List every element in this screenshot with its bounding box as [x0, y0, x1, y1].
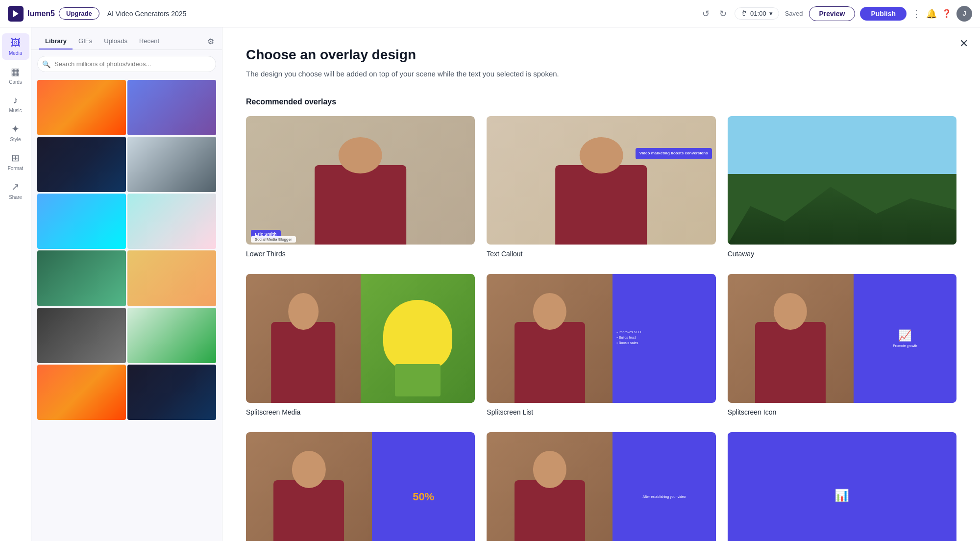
person-figure [263, 287, 343, 403]
overlay-card-lower-thirds[interactable]: Eric Smith Social Media Blogger Lower Th… [246, 116, 475, 259]
sidebar-item-music[interactable]: ♪ Music [2, 91, 29, 117]
list-item-1: • Improves SEO [616, 330, 711, 334]
text-callout-box: Video marketing boosts conversions [636, 148, 712, 159]
logo-icon[interactable] [8, 6, 24, 22]
cards-icon: ▦ [11, 66, 20, 77]
time-chevron: ▾ [769, 10, 773, 17]
person-body [556, 165, 647, 245]
media-thumb[interactable] [127, 250, 216, 306]
search-input[interactable] [37, 56, 216, 72]
flower-stem [395, 364, 441, 396]
sidebar-item-label: Cards [9, 79, 22, 85]
overlay-thumb-splitscreen-icon: 📈 Promote growth [728, 274, 956, 403]
sidebar-item-media[interactable]: 🖼 Media [2, 33, 29, 60]
overlay-dialog-subtitle: The design you choose will be added on t… [246, 69, 956, 80]
overlay-label-splitscreen-list: Splitscreen List [487, 408, 533, 416]
media-thumb[interactable] [37, 308, 126, 363]
overlay-card-promote2[interactable]: 📊 [728, 432, 956, 541]
overlay-card-percent[interactable]: 50% [246, 432, 475, 541]
undo-button[interactable]: ↺ [700, 6, 711, 21]
user-avatar[interactable]: J [956, 6, 972, 22]
saved-status: Saved [785, 10, 803, 17]
splitscreen-list-left [487, 274, 612, 403]
percent-right: 50% [372, 432, 475, 541]
media-thumb[interactable] [127, 365, 216, 420]
sidebar-item-label: Share [9, 195, 22, 200]
media-thumb[interactable] [37, 80, 126, 135]
notifications-button[interactable]: 🔔 [926, 8, 937, 19]
media-thumb[interactable] [127, 137, 216, 192]
person-figure [303, 131, 418, 245]
close-button[interactable]: ✕ [959, 37, 968, 50]
tab-library[interactable]: Library [39, 33, 73, 49]
overlay-thumb-cutaway [728, 116, 956, 245]
list-item-2: • Builds trust [616, 336, 711, 339]
overlays-grid-row1: Eric Smith Social Media Blogger Lower Th… [246, 116, 956, 259]
sidebar-item-label: Music [9, 108, 22, 113]
nav-center: ↺ ↻ ⏱ 01:00 ▾ Saved [700, 6, 803, 21]
overlay-label-splitscreen-media: Splitscreen Media [246, 408, 300, 416]
sidebar-item-style[interactable]: ✦ Style [2, 119, 29, 146]
tab-uploads[interactable]: Uploads [98, 33, 133, 49]
nav-right: Preview Publish ⋮ 🔔 ❓ J [809, 6, 973, 22]
lower-thirds-role-badge: Social Media Blogger [251, 236, 296, 243]
more-options-button[interactable]: ⋮ [911, 8, 921, 20]
sidebar-item-label: Style [10, 137, 21, 142]
tab-recent[interactable]: Recent [133, 33, 165, 49]
overlay-card-splitscreen-list[interactable]: • Improves SEO • Builds trust • Boosts s… [487, 274, 715, 417]
after-left [487, 432, 612, 541]
sidebar-item-cards[interactable]: ▦ Cards [2, 62, 29, 89]
overlay-panel: ✕ Choose an overlay design The design yo… [222, 27, 980, 541]
overlays-grid-row3: 50% After [246, 432, 956, 541]
media-grid [31, 78, 222, 422]
recommended-label: Recommended overlays [246, 98, 956, 106]
media-icon: 🖼 [11, 37, 21, 49]
upgrade-button[interactable]: Upgrade [59, 7, 99, 20]
filter-icon[interactable]: ⚙ [207, 37, 214, 46]
splitscreen-list-right: • Improves SEO • Builds trust • Boosts s… [612, 274, 715, 403]
tab-gifs[interactable]: GIFs [73, 33, 98, 49]
overlays-grid-row2: Splitscreen Media • Improves SEO [246, 274, 956, 417]
person-body [315, 165, 406, 245]
help-button[interactable]: ❓ [942, 9, 952, 18]
overlay-card-text-callout[interactable]: Video marketing boosts conversions Text … [487, 116, 715, 259]
overlay-card-splitscreen-media[interactable]: Splitscreen Media [246, 274, 475, 417]
overlay-thumb-splitscreen-media [246, 274, 475, 403]
overlay-thumb-after: After establishing your video [487, 432, 715, 541]
person-head [339, 137, 382, 173]
media-thumb[interactable] [37, 194, 126, 249]
redo-button[interactable]: ↻ [717, 6, 729, 21]
sidebar-item-format[interactable]: ⊞ Format [2, 148, 29, 175]
overlay-thumb-promote2: 📊 [728, 432, 956, 541]
icon-label: Promote growth [893, 344, 917, 347]
list-item-3: • Boosts sales [616, 341, 711, 344]
media-thumb[interactable] [37, 137, 126, 192]
percent-left [246, 432, 372, 541]
media-thumb[interactable] [127, 194, 216, 249]
overlay-card-cutaway[interactable]: Cutaway [728, 116, 956, 259]
overlay-label-splitscreen-icon: Splitscreen Icon [728, 408, 777, 416]
splitscreen-icon-right: 📈 Promote growth [854, 274, 956, 403]
overlay-thumb-percent: 50% [246, 432, 475, 541]
media-thumb[interactable] [127, 80, 216, 135]
media-thumb[interactable] [127, 308, 216, 363]
search-icon: 🔍 [42, 60, 50, 68]
share-icon: ↗ [11, 181, 20, 193]
time-value: 01:00 [750, 10, 766, 17]
style-icon: ✦ [11, 123, 20, 135]
overlay-card-splitscreen-icon[interactable]: 📈 Promote growth Splitscreen Icon [728, 274, 956, 417]
publish-button[interactable]: Publish [860, 7, 906, 21]
panel-tabs: Library GIFs Uploads Recent ⚙ [31, 27, 222, 50]
after-right: After establishing your video [612, 432, 715, 541]
media-thumb[interactable] [37, 250, 126, 306]
logo-text: lumen5 [27, 9, 55, 18]
overlay-card-after-text[interactable]: After establishing your video [487, 432, 715, 541]
percent-value: 50% [413, 491, 434, 503]
overlay-label-text-callout: Text Callout [487, 250, 522, 258]
preview-button[interactable]: Preview [809, 6, 856, 21]
splitscreen-media-right [361, 274, 475, 403]
media-thumb[interactable] [37, 365, 126, 420]
sidebar-item-share[interactable]: ↗ Share [2, 177, 29, 204]
overlay-label-cutaway: Cutaway [728, 250, 754, 258]
person-head [580, 137, 623, 173]
